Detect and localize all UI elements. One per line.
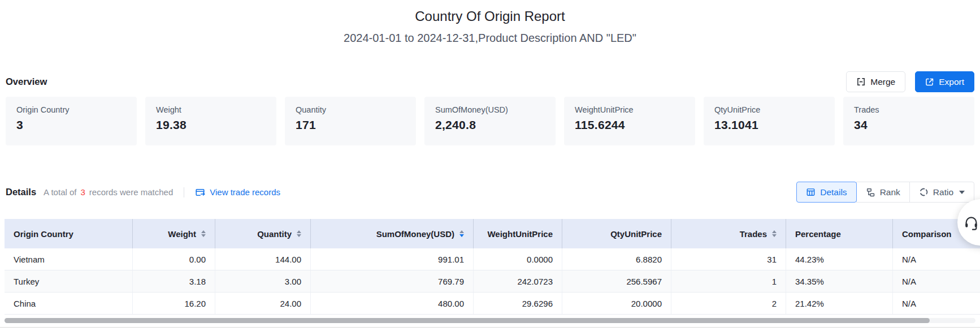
column-label: Quantity: [257, 229, 292, 239]
column-header-weight-unit-price: WeightUnitPrice: [474, 219, 562, 248]
tab-details[interactable]: Details: [796, 182, 856, 203]
export-button-label: Export: [939, 77, 964, 87]
column-label: QtyUnitPrice: [610, 229, 662, 239]
tab-rank[interactable]: Rank: [856, 182, 910, 203]
trade-records-icon: [195, 187, 205, 197]
merge-icon: [856, 77, 866, 87]
cell-sum-of-money: 480.00: [311, 293, 474, 314]
card-label: WeightUnitPrice: [575, 105, 695, 114]
card-value: 2,240.8: [435, 118, 556, 132]
table-header-row: Origin Country Weight Quantity SumOfMone…: [5, 219, 980, 248]
tab-ratio-label: Ratio: [933, 187, 953, 197]
headset-icon: [964, 215, 979, 230]
card-value: 34: [854, 118, 974, 132]
column-header-percentage: Percentage: [786, 219, 893, 248]
scrollbar-thumb[interactable]: [5, 318, 930, 323]
tab-details-label: Details: [820, 187, 847, 197]
overview-toolbar: Overview Merge Export: [0, 71, 980, 92]
view-switcher: Details Rank Ratio: [796, 182, 974, 203]
details-bar: Details A total of 3 records were matche…: [6, 182, 974, 203]
details-left: Details A total of 3 records were matche…: [6, 187, 280, 197]
card-sum-of-money: SumOfMoney(USD) 2,240.8: [424, 97, 556, 145]
card-quantity: Quantity 171: [285, 97, 416, 145]
cell-comparison: N/A: [893, 248, 980, 270]
cell-qty-unit-price: 6.8820: [562, 248, 671, 270]
cell-quantity: 24.00: [215, 293, 311, 314]
column-header-trades[interactable]: Trades: [671, 219, 786, 248]
export-button[interactable]: Export: [915, 71, 974, 92]
overview-cards: Origin Country 3 Weight 19.38 Quantity 1…: [6, 97, 974, 145]
column-header-origin-country: Origin Country: [5, 219, 133, 248]
card-origin-country: Origin Country 3: [6, 97, 137, 145]
cell-weight: 3.18: [133, 270, 215, 292]
card-value: 171: [296, 118, 416, 132]
tab-ratio[interactable]: Ratio: [909, 182, 974, 203]
cell-sum-of-money: 769.79: [311, 270, 474, 292]
sort-icon: [297, 230, 301, 238]
cell-weight-unit-price: 0.0000: [474, 248, 562, 270]
chevron-down-icon: [959, 191, 965, 194]
match-summary-suffix: records were matched: [89, 187, 173, 197]
card-weight: Weight 19.38: [145, 97, 276, 145]
cell-weight-unit-price: 242.0723: [474, 270, 562, 292]
card-value: 13.1041: [714, 118, 835, 132]
sort-icon: [201, 230, 206, 238]
merge-button-label: Merge: [870, 77, 895, 87]
cell-trades: 2: [671, 293, 786, 314]
cell-quantity: 3.00: [215, 270, 311, 292]
card-value: 3: [16, 118, 137, 132]
view-trade-records-label: View trade records: [210, 187, 280, 197]
cell-origin-country: China: [5, 293, 133, 314]
horizontal-scrollbar: [5, 318, 975, 323]
rank-icon: [866, 187, 875, 197]
card-value: 19.38: [156, 118, 276, 132]
column-label: SumOfMoney(USD): [376, 229, 454, 239]
cell-comparison: N/A: [893, 270, 980, 292]
cell-qty-unit-price: 256.5967: [562, 270, 671, 292]
card-weight-unit-price: WeightUnitPrice 115.6244: [564, 97, 695, 145]
column-header-weight[interactable]: Weight: [133, 219, 215, 248]
card-label: SumOfMoney(USD): [435, 105, 556, 114]
card-qty-unit-price: QtyUnitPrice 13.1041: [704, 97, 835, 145]
card-trades: Trades 34: [843, 97, 974, 145]
cell-percentage: 21.42%: [786, 293, 893, 314]
table-row-turkey: Turkey 3.18 3.00 769.79 242.0723 256.596…: [5, 270, 980, 293]
column-label: Comparison: [902, 229, 952, 239]
details-table: Origin Country Weight Quantity SumOfMone…: [5, 219, 980, 315]
column-label: Weight: [168, 229, 196, 239]
overview-heading: Overview: [6, 76, 47, 87]
sort-icon: [772, 230, 777, 238]
column-label: WeightUnitPrice: [487, 229, 553, 239]
sort-icon-descending-active: [459, 230, 464, 238]
merge-button[interactable]: Merge: [846, 71, 905, 92]
card-value: 115.6244: [575, 118, 695, 132]
report-subtitle: 2024-01-01 to 2024-12-31,Product Descrip…: [0, 31, 980, 46]
toolbar-buttons: Merge Export: [846, 71, 974, 92]
match-summary-prefix: A total of: [44, 187, 76, 197]
cell-origin-country: Vietnam: [5, 248, 133, 270]
column-label: Trades: [740, 229, 767, 239]
cell-weight: 16.20: [133, 293, 215, 314]
column-label: Percentage: [795, 229, 841, 239]
card-label: Origin Country: [16, 105, 137, 114]
card-label: Quantity: [296, 105, 416, 114]
cell-percentage: 34.35%: [786, 270, 893, 292]
column-header-qty-unit-price: QtyUnitPrice: [562, 219, 671, 248]
card-label: QtyUnitPrice: [714, 105, 835, 114]
column-header-sum-of-money[interactable]: SumOfMoney(USD): [311, 219, 474, 248]
cell-weight: 0.00: [133, 248, 215, 270]
column-label: Origin Country: [14, 229, 73, 239]
card-label: Weight: [156, 105, 276, 114]
table-row-china: China 16.20 24.00 480.00 29.6296 20.0000…: [5, 293, 980, 315]
cell-quantity: 144.00: [215, 248, 311, 270]
details-heading: Details: [6, 187, 36, 197]
match-count: 3: [80, 187, 85, 197]
table-grid-icon: [806, 187, 816, 197]
page-title: Country Of Origin Report: [0, 7, 980, 25]
table-row-vietnam: Vietnam 0.00 144.00 991.01 0.0000 6.8820…: [5, 248, 980, 270]
column-header-quantity[interactable]: Quantity: [215, 219, 311, 248]
view-trade-records-link[interactable]: View trade records: [195, 187, 280, 197]
cell-sum-of-money: 991.01: [311, 248, 474, 270]
cell-qty-unit-price: 20.0000: [562, 293, 671, 314]
tab-rank-label: Rank: [880, 187, 900, 197]
